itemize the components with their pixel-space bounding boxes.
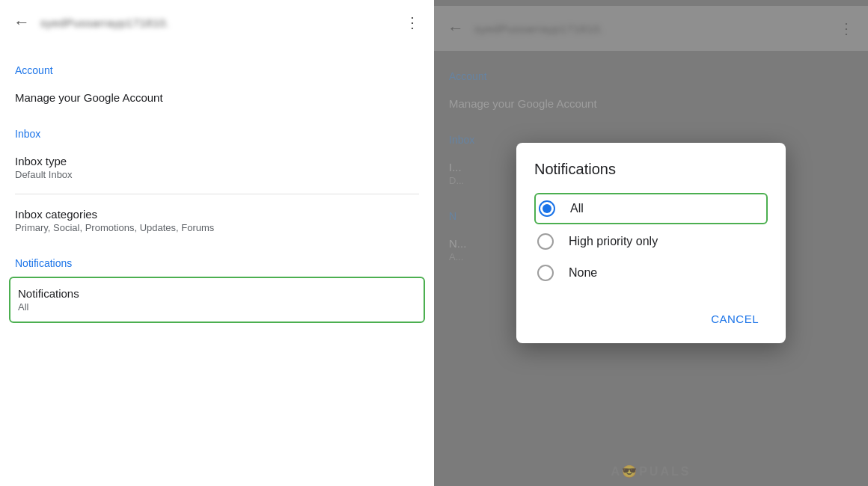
radio-circle-all	[539, 200, 555, 217]
inbox-type-title: Inbox type	[15, 155, 419, 167]
cancel-button[interactable]: Cancel	[702, 307, 768, 331]
radio-inner-all	[542, 204, 551, 213]
left-settings-list: Account Manage your Google Account Inbox…	[0, 45, 434, 486]
notifications-item-subtitle: All	[18, 301, 416, 313]
back-button-left[interactable]: ←	[13, 13, 30, 32]
radio-label-none: None	[569, 266, 597, 280]
right-panel: ← syedPussarrayp171810. ⋮ Account Manage…	[434, 0, 868, 486]
radio-label-all: All	[570, 202, 584, 215]
radio-label-high-priority: High priority only	[569, 235, 658, 248]
left-header: ← syedPussarrayp171810. ⋮	[0, 0, 434, 45]
inbox-categories-item[interactable]: Inbox categories Primary, Social, Promot…	[0, 197, 434, 244]
radio-circle-none	[537, 265, 554, 281]
inbox-categories-subtitle: Primary, Social, Promotions, Updates, Fo…	[15, 222, 419, 233]
inbox-type-subtitle: Default Inbox	[15, 169, 419, 180]
radio-option-none[interactable]: None	[534, 257, 768, 289]
more-options-left[interactable]: ⋮	[405, 13, 421, 31]
dialog-title: Notifications	[534, 161, 768, 178]
notifications-section-header: Notifications	[0, 244, 434, 274]
inbox-type-item[interactable]: Inbox type Default Inbox	[0, 144, 434, 191]
radio-circle-high-priority	[537, 233, 554, 250]
inbox-divider	[15, 194, 419, 194]
radio-option-high-priority[interactable]: High priority only	[534, 226, 768, 257]
radio-option-all[interactable]: All	[534, 193, 768, 224]
left-panel: ← syedPussarrayp171810. ⋮ Account Manage…	[0, 0, 434, 486]
dialog-actions: Cancel	[534, 301, 768, 331]
notifications-item[interactable]: Notifications All	[9, 277, 425, 323]
manage-google-account-title: Manage your Google Account	[15, 91, 419, 104]
notifications-item-title: Notifications	[18, 287, 416, 300]
account-section-header: Account	[0, 51, 434, 81]
dialog-overlay: Notifications All High priority only Non…	[434, 0, 868, 486]
left-header-email: syedPussarrayp171810.	[40, 16, 405, 29]
inbox-categories-title: Inbox categories	[15, 208, 419, 221]
notifications-dialog: Notifications All High priority only Non…	[516, 143, 786, 343]
inbox-section-header: Inbox	[0, 114, 434, 144]
manage-google-account-item[interactable]: Manage your Google Account	[0, 81, 434, 114]
